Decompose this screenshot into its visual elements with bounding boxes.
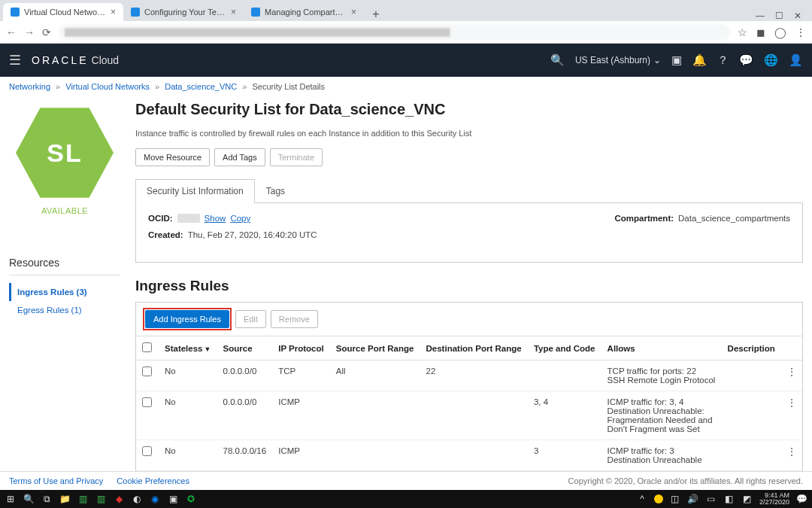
- new-tab-button[interactable]: +: [367, 8, 385, 21]
- col-description[interactable]: Description: [722, 336, 781, 360]
- add-ingress-rules-button[interactable]: Add Ingress Rules: [145, 310, 229, 328]
- cell-dpr: [420, 391, 528, 440]
- terms-link[interactable]: Terms of Use and Privacy: [9, 476, 103, 480]
- ocid-show-link[interactable]: Show: [205, 214, 226, 223]
- ingress-rules-box: Add Ingress Rules Edit Remove Stateless▼…: [135, 302, 803, 480]
- row-checkbox[interactable]: [142, 397, 152, 407]
- globe-icon[interactable]: 🌐: [764, 53, 778, 67]
- add-tags-button[interactable]: Add Tags: [214, 148, 265, 166]
- sidebar-item-egress-rules[interactable]: Egress Rules (1): [9, 301, 120, 319]
- breadcrumb-link[interactable]: Virtual Cloud Networks: [65, 82, 150, 91]
- col-source[interactable]: Source: [217, 336, 273, 360]
- user-icon[interactable]: 👤: [789, 53, 803, 67]
- cell-source: 0.0.0.0/0: [217, 391, 273, 440]
- cell-desc: [722, 440, 781, 471]
- resource-status: AVAILABLE: [9, 206, 120, 215]
- info-tabs: Security List Information Tags: [135, 178, 803, 203]
- breadcrumb-link[interactable]: Data_science_VNC: [165, 82, 237, 91]
- ocid-masked: [177, 214, 200, 223]
- select-all-checkbox[interactable]: [142, 342, 152, 352]
- ocid-label: OCID:: [148, 214, 173, 223]
- cell-spr: [330, 440, 420, 471]
- favicon-icon: [251, 8, 260, 17]
- hamburger-menu-icon[interactable]: ☰: [9, 52, 21, 68]
- cell-stateless: No: [159, 440, 217, 471]
- terminate-button[interactable]: Terminate: [270, 148, 323, 166]
- search-icon[interactable]: 🔍: [550, 53, 565, 67]
- tab-close-icon[interactable]: ×: [111, 7, 116, 17]
- nav-forward-button[interactable]: →: [24, 26, 35, 38]
- menu-icon[interactable]: ⋮: [795, 26, 806, 38]
- cell-source: 78.0.0.0/16: [217, 440, 273, 471]
- row-menu-icon[interactable]: ⋮: [781, 391, 802, 440]
- cell-type: [528, 360, 601, 391]
- cell-desc: [722, 391, 781, 440]
- ingress-rules-table: Stateless▼ Source IP Protocol Source Por…: [136, 336, 802, 471]
- favicon-icon: [131, 8, 140, 17]
- nav-reload-button[interactable]: ⟳: [42, 26, 51, 38]
- browser-tab[interactable]: Configuring Your Tenancy for Da ×: [123, 3, 244, 21]
- bookmark-icon[interactable]: ☆: [738, 26, 747, 38]
- row-menu-icon[interactable]: ⋮: [781, 360, 802, 391]
- page-title: Default Security List for Data_science_V…: [135, 101, 803, 118]
- breadcrumb: Networking » Virtual Cloud Networks » Da…: [0, 77, 812, 96]
- oci-header: ☰ ORACLE Cloud 🔍 US East (Ashburn)⌄ ▣ 🔔 …: [0, 44, 812, 77]
- extension-icon[interactable]: ◼: [756, 26, 765, 38]
- edit-rule-button[interactable]: Edit: [235, 310, 266, 328]
- col-stateless[interactable]: Stateless▼: [159, 336, 217, 360]
- cell-spr: [330, 391, 420, 440]
- move-resource-button[interactable]: Move Resource: [135, 148, 210, 166]
- ocid-copy-link[interactable]: Copy: [230, 214, 250, 223]
- address-input[interactable]: ▇▇▇▇▇▇▇▇▇▇▇▇▇▇▇▇▇▇▇▇▇▇▇▇▇▇▇▇▇▇▇▇▇▇▇▇▇▇▇▇…: [59, 24, 730, 41]
- help-icon[interactable]: ？: [717, 53, 729, 68]
- breadcrumb-current: Security List Details: [252, 82, 325, 91]
- tab-title: Virtual Cloud Networks | Oracle: [24, 8, 106, 17]
- compartment-label: Compartment:: [614, 214, 674, 223]
- region-selector[interactable]: US East (Ashburn)⌄: [575, 55, 661, 65]
- brand-logo[interactable]: ORACLE Cloud: [32, 54, 119, 66]
- cookie-preferences-link[interactable]: Cookie Preferences: [117, 476, 189, 480]
- tab-close-icon[interactable]: ×: [231, 7, 236, 17]
- window-maximize-button[interactable]: ☐: [775, 11, 783, 21]
- row-checkbox[interactable]: [142, 446, 152, 456]
- window-minimize-button[interactable]: —: [756, 11, 765, 21]
- table-row: No 78.0.0.0/16 ICMP 3 ICMP traffic for: …: [136, 440, 802, 471]
- row-menu-icon[interactable]: ⋮: [781, 440, 802, 471]
- col-type-code[interactable]: Type and Code: [528, 336, 601, 360]
- chat-icon[interactable]: 💬: [739, 53, 753, 67]
- row-checkbox[interactable]: [142, 367, 152, 376]
- tab-title: Managing Compartments: [265, 8, 347, 17]
- browser-tab-strip: Virtual Cloud Networks | Oracle × Config…: [0, 0, 812, 21]
- nav-back-button[interactable]: ←: [6, 26, 17, 38]
- cell-source: 0.0.0.0/0: [217, 360, 273, 391]
- chevron-down-icon: ⌄: [653, 55, 661, 65]
- info-panel: OCID: Show Copy Created: Thu, Feb 27, 20…: [135, 203, 803, 263]
- breadcrumb-link[interactable]: Networking: [9, 82, 50, 91]
- browser-tab-active[interactable]: Virtual Cloud Networks | Oracle ×: [3, 3, 123, 21]
- profile-icon[interactable]: ◯: [774, 26, 786, 38]
- col-allows[interactable]: Allows: [601, 336, 722, 360]
- tab-tags[interactable]: Tags: [255, 179, 296, 203]
- cloud-shell-icon[interactable]: ▣: [671, 53, 682, 67]
- table-row: No 0.0.0.0/0 ICMP 3, 4 ICMP traffic for:…: [136, 391, 802, 440]
- notifications-icon[interactable]: 🔔: [692, 53, 707, 67]
- resources-heading: Resources: [9, 257, 120, 275]
- created-label: Created:: [148, 230, 183, 239]
- window-close-button[interactable]: ✕: [794, 11, 801, 21]
- cell-allows: ICMP traffic for: 3 Destination Unreacha…: [601, 440, 722, 471]
- tab-close-icon[interactable]: ×: [351, 7, 356, 17]
- sidebar-item-ingress-rules[interactable]: Ingress Rules (3): [9, 283, 120, 301]
- cell-allows: TCP traffic for ports: 22 SSH Remote Log…: [601, 360, 722, 391]
- cell-allows: ICMP traffic for: 3, 4 Destination Unrea…: [601, 391, 722, 440]
- remove-rule-button[interactable]: Remove: [271, 310, 318, 328]
- tab-title: Configuring Your Tenancy for Da: [144, 8, 226, 17]
- col-source-port-range[interactable]: Source Port Range: [330, 336, 420, 360]
- browser-tab[interactable]: Managing Compartments ×: [244, 3, 364, 21]
- cell-ip: TCP: [272, 360, 330, 391]
- cell-desc: [722, 360, 781, 391]
- tab-security-list-info[interactable]: Security List Information: [135, 179, 255, 203]
- col-destination-port-range[interactable]: Destination Port Range: [420, 336, 528, 360]
- col-ip-protocol[interactable]: IP Protocol: [272, 336, 330, 360]
- cell-dpr: [420, 440, 528, 471]
- resource-hex-badge: SL: [16, 104, 114, 202]
